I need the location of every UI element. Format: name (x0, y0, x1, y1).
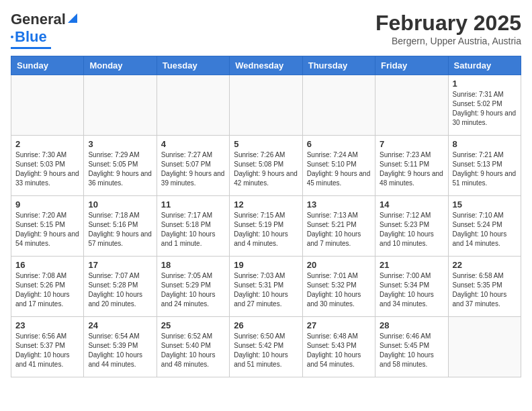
logo-blue: Blue (15, 28, 47, 46)
calendar-cell (11, 75, 84, 136)
day-info: Sunrise: 7:31 AM Sunset: 5:02 PM Dayligh… (453, 90, 517, 128)
day-number: 19 (234, 260, 298, 270)
day-info: Sunrise: 6:50 AM Sunset: 5:42 PM Dayligh… (234, 332, 298, 369)
page-subtitle: Bergern, Upper Austria, Austria (375, 36, 521, 46)
calendar-cell: 4Sunrise: 7:27 AM Sunset: 5:07 PM Daylig… (157, 136, 229, 196)
calendar-cell: 16Sunrise: 7:08 AM Sunset: 5:26 PM Dayli… (11, 257, 84, 317)
calendar-header-friday: Friday (375, 56, 448, 75)
calendar-cell: 14Sunrise: 7:12 AM Sunset: 5:23 PM Dayli… (375, 196, 448, 257)
day-number: 9 (15, 199, 79, 210)
day-number: 21 (380, 260, 443, 270)
calendar-cell (302, 75, 375, 136)
day-number: 23 (15, 320, 79, 330)
day-info: Sunrise: 7:21 AM Sunset: 5:13 PM Dayligh… (453, 150, 517, 188)
week-row-0: 1Sunrise: 7:31 AM Sunset: 5:02 PM Daylig… (11, 75, 521, 136)
calendar-header-sunday: Sunday (11, 56, 84, 75)
page-header: General Blue February 2025 Bergern, Uppe… (11, 11, 521, 49)
day-number: 14 (380, 199, 443, 210)
day-number: 27 (307, 320, 371, 330)
day-info: Sunrise: 7:26 AM Sunset: 5:08 PM Dayligh… (234, 150, 298, 188)
day-info: Sunrise: 7:27 AM Sunset: 5:07 PM Dayligh… (161, 150, 225, 188)
calendar-header-monday: Monday (84, 56, 157, 75)
day-info: Sunrise: 7:18 AM Sunset: 5:16 PM Dayligh… (88, 211, 152, 248)
calendar-cell: 12Sunrise: 7:15 AM Sunset: 5:19 PM Dayli… (230, 196, 302, 257)
day-number: 3 (88, 139, 152, 149)
day-info: Sunrise: 6:52 AM Sunset: 5:40 PM Dayligh… (161, 332, 225, 369)
day-info: Sunrise: 7:03 AM Sunset: 5:31 PM Dayligh… (234, 271, 298, 309)
calendar-cell: 11Sunrise: 7:17 AM Sunset: 5:18 PM Dayli… (157, 196, 229, 257)
day-number: 28 (380, 320, 443, 330)
day-info: Sunrise: 7:05 AM Sunset: 5:29 PM Dayligh… (161, 271, 225, 309)
calendar-cell: 8Sunrise: 7:21 AM Sunset: 5:13 PM Daylig… (448, 136, 521, 196)
calendar-cell: 1Sunrise: 7:31 AM Sunset: 5:02 PM Daylig… (448, 75, 521, 136)
calendar-cell: 18Sunrise: 7:05 AM Sunset: 5:29 PM Dayli… (157, 257, 229, 317)
week-row-2: 9Sunrise: 7:20 AM Sunset: 5:15 PM Daylig… (11, 196, 521, 257)
day-info: Sunrise: 7:15 AM Sunset: 5:19 PM Dayligh… (234, 211, 298, 248)
week-row-4: 23Sunrise: 6:56 AM Sunset: 5:37 PM Dayli… (11, 317, 521, 377)
calendar-header-saturday: Saturday (448, 56, 521, 75)
calendar-cell: 21Sunrise: 7:00 AM Sunset: 5:34 PM Dayli… (375, 257, 448, 317)
day-number: 10 (88, 199, 152, 210)
calendar-cell (157, 75, 229, 136)
day-info: Sunrise: 7:17 AM Sunset: 5:18 PM Dayligh… (161, 211, 225, 248)
day-number: 22 (453, 260, 517, 270)
logo-triangle-icon (66, 12, 79, 24)
day-number: 26 (234, 320, 298, 330)
day-info: Sunrise: 6:58 AM Sunset: 5:35 PM Dayligh… (453, 271, 517, 309)
day-number: 13 (307, 199, 371, 210)
calendar-cell: 7Sunrise: 7:23 AM Sunset: 5:11 PM Daylig… (375, 136, 448, 196)
logo-underline (11, 47, 51, 49)
title-section: February 2025 Bergern, Upper Austria, Au… (375, 11, 521, 46)
week-row-1: 2Sunrise: 7:30 AM Sunset: 5:03 PM Daylig… (11, 136, 521, 196)
calendar-cell: 25Sunrise: 6:52 AM Sunset: 5:40 PM Dayli… (157, 317, 229, 377)
calendar-cell: 27Sunrise: 6:48 AM Sunset: 5:43 PM Dayli… (302, 317, 375, 377)
logo-general: General (11, 11, 66, 28)
calendar-cell: 2Sunrise: 7:30 AM Sunset: 5:03 PM Daylig… (11, 136, 84, 196)
calendar-cell: 5Sunrise: 7:26 AM Sunset: 5:08 PM Daylig… (230, 136, 302, 196)
calendar-table: SundayMondayTuesdayWednesdayThursdayFrid… (11, 56, 521, 377)
day-number: 7 (380, 139, 443, 149)
calendar-header-thursday: Thursday (302, 56, 375, 75)
day-info: Sunrise: 7:07 AM Sunset: 5:28 PM Dayligh… (88, 271, 152, 309)
day-number: 16 (15, 260, 79, 270)
calendar-cell (230, 75, 302, 136)
day-number: 11 (161, 199, 225, 210)
day-number: 6 (307, 139, 371, 149)
day-number: 18 (161, 260, 225, 270)
calendar-cell: 17Sunrise: 7:07 AM Sunset: 5:28 PM Dayli… (84, 257, 157, 317)
calendar-cell: 28Sunrise: 6:46 AM Sunset: 5:45 PM Dayli… (375, 317, 448, 377)
day-number: 12 (234, 199, 298, 210)
week-row-3: 16Sunrise: 7:08 AM Sunset: 5:26 PM Dayli… (11, 257, 521, 317)
day-info: Sunrise: 7:30 AM Sunset: 5:03 PM Dayligh… (15, 150, 79, 188)
day-info: Sunrise: 6:46 AM Sunset: 5:45 PM Dayligh… (380, 332, 443, 369)
day-info: Sunrise: 6:48 AM Sunset: 5:43 PM Dayligh… (307, 332, 371, 369)
calendar-cell: 23Sunrise: 6:56 AM Sunset: 5:37 PM Dayli… (11, 317, 84, 377)
day-number: 5 (234, 139, 298, 149)
day-number: 24 (88, 320, 152, 330)
day-number: 17 (88, 260, 152, 270)
day-number: 1 (453, 79, 517, 89)
calendar-cell: 6Sunrise: 7:24 AM Sunset: 5:10 PM Daylig… (302, 136, 375, 196)
day-number: 25 (161, 320, 225, 330)
calendar-cell (375, 75, 448, 136)
logo: General Blue (11, 11, 79, 49)
calendar-cell: 26Sunrise: 6:50 AM Sunset: 5:42 PM Dayli… (230, 317, 302, 377)
calendar-cell: 19Sunrise: 7:03 AM Sunset: 5:31 PM Dayli… (230, 257, 302, 317)
calendar-header-row: SundayMondayTuesdayWednesdayThursdayFrid… (11, 56, 521, 75)
day-number: 8 (453, 139, 517, 149)
day-number: 2 (15, 139, 79, 149)
day-info: Sunrise: 7:00 AM Sunset: 5:34 PM Dayligh… (380, 271, 443, 309)
day-info: Sunrise: 7:10 AM Sunset: 5:24 PM Dayligh… (453, 211, 517, 248)
calendar-header-wednesday: Wednesday (230, 56, 302, 75)
day-info: Sunrise: 7:20 AM Sunset: 5:15 PM Dayligh… (15, 211, 79, 248)
calendar-cell: 24Sunrise: 6:54 AM Sunset: 5:39 PM Dayli… (84, 317, 157, 377)
page-title: February 2025 (375, 11, 521, 36)
calendar-cell: 15Sunrise: 7:10 AM Sunset: 5:24 PM Dayli… (448, 196, 521, 257)
calendar-cell: 20Sunrise: 7:01 AM Sunset: 5:32 PM Dayli… (302, 257, 375, 317)
day-info: Sunrise: 7:08 AM Sunset: 5:26 PM Dayligh… (15, 271, 79, 309)
day-info: Sunrise: 7:12 AM Sunset: 5:23 PM Dayligh… (380, 211, 443, 248)
day-info: Sunrise: 7:29 AM Sunset: 5:05 PM Dayligh… (88, 150, 152, 188)
day-number: 15 (453, 199, 517, 210)
calendar-cell: 9Sunrise: 7:20 AM Sunset: 5:15 PM Daylig… (11, 196, 84, 257)
day-info: Sunrise: 7:23 AM Sunset: 5:11 PM Dayligh… (380, 150, 443, 188)
